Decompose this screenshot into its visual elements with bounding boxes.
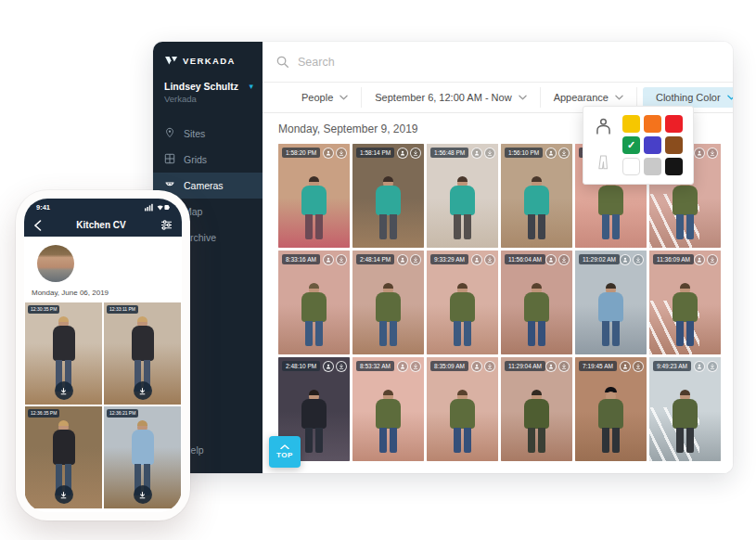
download-icon[interactable] [484, 148, 495, 159]
snapshot-thumbnail[interactable]: 1:56:48 PM [427, 144, 498, 248]
swatch-green[interactable]: ✓ [622, 136, 640, 154]
snapshot-thumbnail[interactable]: 1:58:20 PM [278, 144, 350, 248]
download-icon[interactable] [633, 254, 644, 265]
snapshot-thumbnail[interactable]: 1:58:14 PM [352, 144, 424, 248]
person-figure [449, 390, 477, 453]
thumbnail-badges [323, 361, 347, 372]
snapshot-photo [352, 357, 424, 461]
leg [305, 214, 313, 239]
thumbnail-badges [694, 148, 718, 159]
sidebar-item-label: Sites [184, 128, 205, 139]
filter-sliders-icon[interactable] [160, 220, 173, 230]
download-icon[interactable] [558, 361, 570, 372]
leg [538, 321, 545, 346]
user-switcher[interactable]: Lindsey Schultz ▾ Verkada [153, 73, 263, 108]
person-figure [131, 316, 155, 392]
phone-snapshot-thumbnail[interactable]: 12:30:35 PM [25, 302, 102, 405]
snapshot-thumbnail[interactable]: 9:33:29 AM [427, 251, 498, 354]
swatch-red[interactable] [665, 115, 683, 133]
download-icon[interactable] [336, 148, 347, 159]
camera-title: Kitchen CV [42, 220, 160, 230]
leg [538, 428, 545, 453]
download-icon[interactable] [484, 254, 495, 265]
leg [676, 214, 684, 239]
filter-label: Clothing Color [656, 92, 721, 103]
snapshot-photo [278, 251, 350, 354]
download-icon[interactable] [410, 361, 421, 372]
filter-appearance[interactable]: Appearance [541, 87, 637, 108]
swatch-gray[interactable] [644, 158, 661, 175]
hair [383, 176, 393, 182]
download-button[interactable] [55, 485, 73, 504]
leg [676, 428, 684, 453]
snapshot-thumbnail[interactable]: 11:56:04 AM [501, 251, 572, 354]
back-button[interactable] [33, 220, 42, 231]
swatch-blue[interactable] [644, 136, 661, 154]
leg [464, 321, 471, 346]
swatch-black[interactable] [665, 158, 683, 175]
torso [673, 186, 698, 215]
snapshot-thumbnail[interactable]: 11:29:04 AM [501, 357, 572, 461]
swatch-yellow[interactable] [622, 115, 640, 133]
person-detect-icon [323, 361, 334, 372]
torso [598, 292, 623, 322]
download-button[interactable] [55, 381, 73, 400]
snapshot-photo [501, 251, 572, 354]
scroll-top-button[interactable]: TOP [269, 436, 301, 468]
snapshot-photo [575, 357, 647, 461]
leg [676, 321, 684, 346]
snapshot-thumbnail[interactable]: 11:36:09 AM [649, 251, 721, 354]
download-icon[interactable] [633, 361, 644, 372]
filter-label: September 6, 12:00 AM - Now [375, 92, 511, 103]
download-icon[interactable] [336, 254, 347, 265]
download-button[interactable] [134, 381, 152, 400]
download-icon[interactable] [336, 361, 347, 372]
download-icon[interactable] [410, 254, 421, 265]
swatch-brown[interactable] [665, 136, 683, 154]
hair [606, 283, 616, 289]
thumbnail-badges [545, 148, 570, 159]
timestamp-badge: 1:56:48 PM [430, 148, 468, 158]
download-icon[interactable] [484, 361, 495, 372]
filter-clothing-color[interactable]: Clothing Color [643, 87, 733, 108]
person-detect-icon [694, 254, 705, 265]
download-icon[interactable] [707, 361, 718, 372]
torso [132, 430, 154, 465]
snapshot-thumbnail[interactable]: 8:33:16 AM [278, 251, 350, 354]
filter-people[interactable]: People [288, 87, 362, 108]
snapshot-thumbnail[interactable]: 7:19:45 AM [575, 357, 647, 461]
filter-september-6-12-00-am-now[interactable]: September 6, 12:00 AM - Now [362, 87, 540, 108]
search-input[interactable] [298, 56, 733, 69]
phone-snapshot-thumbnail[interactable]: 12:33:11 PM [104, 302, 181, 405]
leg [612, 321, 620, 346]
sidebar-item-sites[interactable]: Sites [153, 121, 263, 147]
snapshot-thumbnail[interactable]: 11:29:02 AM [575, 251, 647, 354]
avatar[interactable] [37, 245, 74, 282]
download-icon[interactable] [558, 148, 570, 159]
snapshot-thumbnail[interactable]: 1:56:10 PM [501, 144, 572, 248]
snapshot-thumbnail[interactable]: 8:53:32 AM [352, 357, 424, 461]
snapshot-thumbnail[interactable]: 8:35:09 AM [427, 357, 498, 461]
phone-snapshot-thumbnail[interactable]: 12:36:35 PM [25, 406, 102, 508]
hair [309, 176, 319, 182]
download-icon[interactable] [558, 254, 570, 265]
person-detect-icon [397, 254, 408, 265]
person-figure [523, 390, 551, 453]
phone-snapshot-thumbnail[interactable]: 12:36:21 PM [104, 406, 181, 508]
snapshot-thumbnail[interactable]: 2:48:14 PM [352, 251, 424, 354]
sidebar-item-grids[interactable]: Grids [153, 147, 263, 173]
leg [686, 214, 694, 239]
download-icon[interactable] [410, 148, 421, 159]
pants-icon[interactable] [596, 151, 611, 174]
torso [132, 326, 154, 361]
snapshot-thumbnail[interactable]: 9:49:23 AM [649, 357, 721, 461]
swatch-orange[interactable] [644, 115, 661, 133]
download-icon[interactable] [707, 254, 718, 265]
swatch-white[interactable] [622, 158, 640, 175]
thumbnail-badges [471, 361, 495, 372]
download-button[interactable] [134, 485, 152, 504]
timestamp-badge: 1:58:14 PM [356, 148, 394, 158]
torso-icon[interactable] [594, 117, 613, 136]
person-detect-icon [323, 148, 334, 159]
download-icon[interactable] [707, 148, 718, 159]
